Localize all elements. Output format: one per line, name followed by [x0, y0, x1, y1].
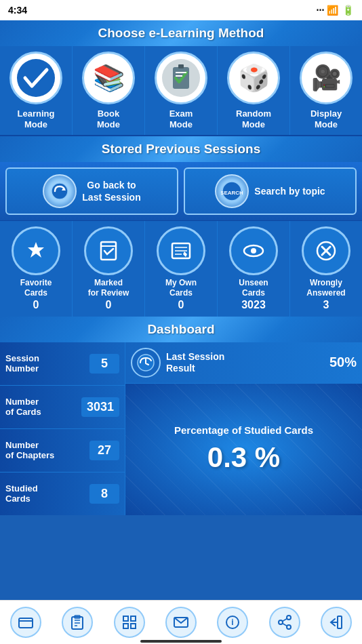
percentage-value: 0.3 % — [207, 441, 280, 474]
unseen-count: 3023 — [241, 299, 266, 311]
exam-icon-circle — [155, 52, 207, 104]
nav-clipboard-icon — [62, 607, 93, 638]
percentage-label: Percentage of Studied Cards — [174, 424, 313, 436]
svg-rect-33 — [131, 624, 136, 628]
choose-learning-header: Choose e-Learning Method — [0, 20, 362, 46]
nav-card[interactable] — [0, 601, 52, 644]
myown-icon — [157, 226, 205, 275]
search-by-topic-button[interactable]: SEARCH Search by topic — [184, 167, 357, 215]
display-icon-circle: 🎥 — [300, 52, 353, 104]
svg-rect-5 — [178, 64, 184, 68]
svg-point-6 — [52, 183, 68, 199]
svg-rect-11 — [101, 242, 116, 260]
nav-grid[interactable] — [104, 601, 155, 644]
method-exam[interactable]: ExamMode — [145, 46, 218, 135]
nav-mail-icon — [165, 607, 197, 638]
search-icon: SEARCH — [215, 174, 249, 208]
cards-stat-value: 3031 — [81, 397, 119, 417]
stored-sessions-header: Stored Previous Sessions — [0, 136, 362, 162]
marked-count: 0 — [106, 299, 112, 311]
nav-mail[interactable] — [155, 601, 207, 644]
learning-icon-circle — [9, 52, 62, 104]
svg-point-37 — [287, 616, 291, 620]
dashboard-header: Dashboard — [0, 317, 362, 342]
wifi-icon: ⋅⋅⋅ 📶 — [316, 5, 338, 16]
myown-cards[interactable]: My OwnCards 0 — [145, 221, 218, 317]
svg-point-38 — [279, 620, 283, 624]
cards-grid: FavoriteCards 0 Markedfor Review 0 My Ow… — [0, 221, 362, 317]
nav-exit-icon — [321, 607, 352, 638]
display-label: DisplayMode — [310, 108, 342, 129]
bottom-nav: i — [0, 600, 362, 644]
svg-point-0 — [17, 59, 55, 97]
nav-info-icon: i — [217, 607, 248, 638]
cards-stat-label: Numberof Cards — [5, 397, 81, 418]
svg-rect-23 — [19, 618, 33, 628]
session-label: SessionNumber — [5, 353, 89, 374]
myown-label: My OwnCards — [165, 278, 197, 298]
studied-value: 8 — [89, 484, 119, 504]
learning-label: LearningMode — [18, 108, 55, 129]
svg-rect-31 — [131, 616, 136, 621]
back-to-session-button[interactable]: Go back toLast Session — [5, 167, 178, 215]
session-value: 5 — [89, 354, 119, 374]
back-session-label: Go back toLast Session — [82, 179, 140, 203]
favorite-cards[interactable]: FavoriteCards 0 — [0, 221, 73, 317]
status-icons: ⋅⋅⋅ 📶 🔋 — [316, 5, 354, 16]
nav-grid-icon — [114, 607, 145, 638]
marked-icon — [84, 226, 133, 275]
svg-rect-32 — [123, 624, 128, 628]
last-session-header: Last SessionResult 50% — [125, 342, 362, 384]
book-icon-circle: 📚 — [82, 52, 135, 104]
favorite-label: FavoriteCards — [20, 278, 52, 298]
wrongly-count: 3 — [323, 299, 329, 311]
wrongly-icon — [302, 226, 350, 275]
method-random[interactable]: 🎲 RandomMode — [218, 46, 290, 135]
svg-rect-43 — [338, 616, 342, 628]
nav-card-icon — [10, 607, 41, 638]
chapters-label: Numberof Chapters — [5, 440, 89, 461]
svg-point-39 — [287, 625, 291, 629]
method-learning[interactable]: LearningMode — [0, 46, 73, 135]
stat-chapters: Numberof Chapters 27 — [0, 429, 125, 472]
nav-exit[interactable] — [310, 601, 362, 644]
marked-label: Markedfor Review — [88, 278, 129, 298]
back-session-icon — [43, 174, 77, 208]
dashboard-stats-left: SessionNumber 5 Numberof Cards 3031 Numb… — [0, 342, 125, 515]
svg-rect-30 — [123, 616, 128, 621]
stat-studied: StudiedCards 8 — [0, 472, 125, 515]
battery-icon: 🔋 — [342, 5, 354, 16]
unseen-icon — [229, 226, 278, 275]
nav-share-icon — [269, 607, 300, 638]
favorite-count: 0 — [33, 299, 39, 311]
myown-count: 0 — [178, 299, 184, 311]
last-session-percent: 50% — [329, 355, 357, 370]
svg-line-41 — [282, 619, 287, 622]
favorite-icon — [12, 226, 60, 275]
session-buttons: Go back toLast Session SEARCH Search by … — [0, 162, 362, 221]
wrongly-label: WronglyAnswered — [306, 278, 345, 298]
method-book[interactable]: 📚 BookMode — [73, 46, 145, 135]
nav-info[interactable]: i — [207, 601, 258, 644]
wrongly-cards[interactable]: WronglyAnswered 3 — [290, 221, 362, 317]
random-icon-circle: 🎲 — [227, 52, 280, 104]
svg-point-18 — [251, 248, 256, 254]
svg-marker-10 — [28, 242, 44, 258]
last-session-label: Last SessionResult — [166, 351, 324, 374]
percentage-area: Percentage of Studied Cards 0.3 % — [125, 384, 362, 515]
search-topic-label: Search by topic — [254, 185, 325, 197]
method-display[interactable]: 🎥 DisplayMode — [290, 46, 362, 135]
home-indicator — [140, 640, 222, 643]
chapters-value: 27 — [89, 441, 119, 460]
last-session-icon — [131, 348, 161, 378]
unseen-cards[interactable]: UnseenCards 3023 — [218, 221, 290, 317]
svg-text:SEARCH: SEARCH — [221, 190, 243, 196]
dashboard-grid: SessionNumber 5 Numberof Cards 3031 Numb… — [0, 342, 362, 515]
nav-clipboard[interactable] — [52, 601, 103, 644]
nav-share[interactable] — [258, 601, 310, 644]
stat-session: SessionNumber 5 — [0, 342, 125, 386]
dashboard-right: Last SessionResult 50% Percentage of Stu… — [125, 342, 362, 515]
unseen-label: UnseenCards — [239, 278, 268, 298]
exam-label: ExamMode — [169, 108, 193, 129]
marked-cards[interactable]: Markedfor Review 0 — [73, 221, 145, 317]
